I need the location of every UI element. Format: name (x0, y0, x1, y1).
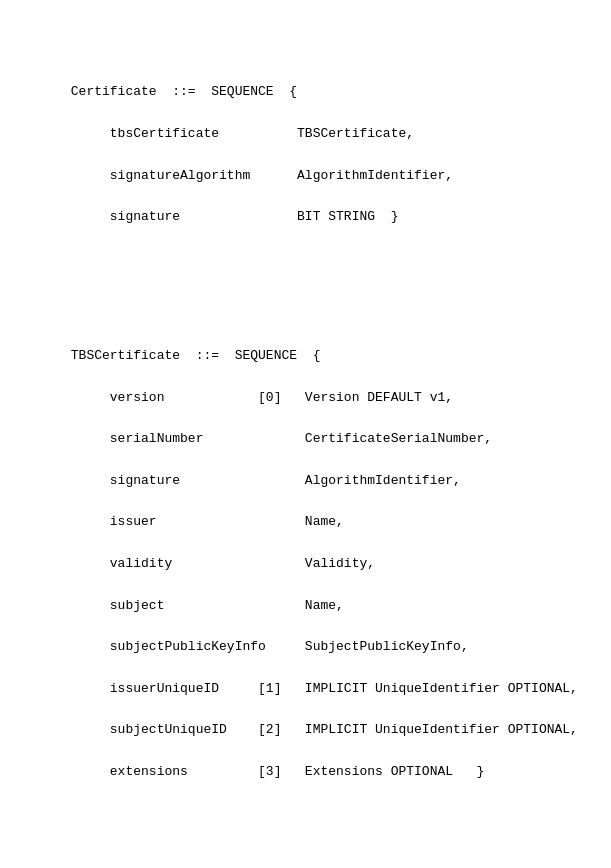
certificate-line-4: signature BIT STRING } (71, 209, 399, 224)
certificate-section: Certificate ::= SEQUENCE { tbsCertificat… (24, 62, 587, 249)
tbs-line-11: extensions [3] Extensions OPTIONAL } (71, 764, 484, 779)
tbs-line-8: subjectPublicKeyInfo SubjectPublicKeyInf… (71, 639, 469, 654)
code-content: Certificate ::= SEQUENCE { tbsCertificat… (24, 20, 587, 868)
certificate-line-2: tbsCertificate TBSCertificate, (71, 126, 414, 141)
certificate-line-3: signatureAlgorithm AlgorithmIdentifier, (71, 168, 453, 183)
tbs-line-1: TBSCertificate ::= SEQUENCE { (71, 348, 321, 363)
certificate-line-1: Certificate ::= SEQUENCE { (71, 84, 297, 99)
tbs-line-5: issuer Name, (71, 514, 344, 529)
tbs-line-3: serialNumber CertificateSerialNumber, (71, 431, 492, 446)
tbs-line-4: signature AlgorithmIdentifier, (71, 473, 461, 488)
tbs-certificate-section: TBSCertificate ::= SEQUENCE { version [0… (24, 325, 587, 803)
tbs-line-6: validity Validity, (71, 556, 375, 571)
tbs-line-7: subject Name, (71, 598, 344, 613)
tbs-line-9: issuerUniqueID [1] IMPLICIT UniqueIdenti… (71, 681, 578, 696)
tbs-line-10: subjectUniqueID [2] IMPLICIT UniqueIdent… (71, 722, 578, 737)
tbs-line-2: version [0] Version DEFAULT v1, (71, 390, 453, 405)
page-content: Certificate ::= SEQUENCE { tbsCertificat… (24, 20, 587, 868)
